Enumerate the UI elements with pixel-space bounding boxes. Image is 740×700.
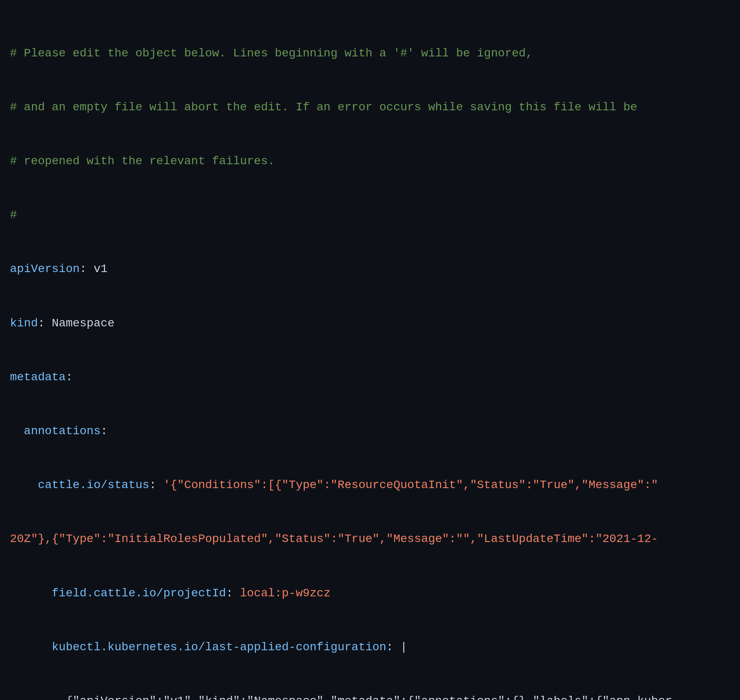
line-continuation-2: {"apiVersion":"v1","kind":"Namespace","m…: [10, 692, 730, 700]
line-metadata: metadata:: [10, 368, 730, 386]
line-kubectl-config: kubectl.kubernetes.io/last-applied-confi…: [10, 638, 730, 656]
comment-line-4: #: [10, 206, 730, 224]
line-annotations: annotations:: [10, 422, 730, 440]
comment-line-1: # Please edit the object below. Lines be…: [10, 44, 730, 62]
line-cattle-status: cattle.io/status: '{"Conditions":[{"Type…: [10, 476, 730, 494]
line-apiversion: apiVersion: v1: [10, 260, 730, 278]
comment-line-3: # reopened with the relevant failures.: [10, 152, 730, 170]
comment-line-2: # and an empty file will abort the edit.…: [10, 98, 730, 116]
line-field-projectid: field.cattle.io/projectId: local:p-w9zcz: [10, 584, 730, 602]
editor[interactable]: # Please edit the object below. Lines be…: [10, 8, 730, 700]
line-continuation-1: 20Z"},{"Type":"InitialRolesPopulated","S…: [10, 530, 730, 548]
line-kind: kind: Namespace: [10, 314, 730, 332]
